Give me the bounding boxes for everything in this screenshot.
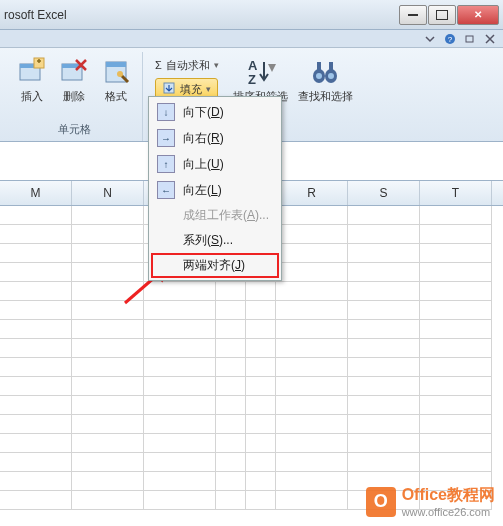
svg-rect-19	[329, 62, 333, 70]
delete-cells-icon	[58, 56, 90, 88]
arrow-left-icon: ←	[157, 181, 175, 199]
dropdown-arrow-icon: ▾	[214, 60, 219, 70]
table-row	[0, 320, 503, 339]
delete-button[interactable]: 删除	[56, 54, 92, 120]
watermark-url: www.office26.com	[402, 506, 495, 518]
autosum-label: 自动求和	[166, 58, 210, 73]
dropdown-arrow-icon: ▾	[206, 84, 211, 94]
cells-group-label: 单元格	[58, 120, 91, 139]
fill-across-sheets-item: 成组工作表(A)...	[151, 203, 279, 228]
autosum-button[interactable]: Σ 自动求和 ▾	[155, 54, 219, 76]
svg-point-17	[328, 73, 334, 79]
col-header[interactable]: M	[0, 181, 72, 205]
window-restore-icon[interactable]	[463, 32, 477, 46]
format-cells-icon	[100, 56, 132, 88]
sigma-icon: Σ	[155, 59, 162, 71]
svg-point-10	[117, 71, 123, 77]
fill-left-text: 向左(L)	[183, 182, 222, 199]
insert-button[interactable]: 插入	[14, 54, 50, 120]
app-title: rosoft Excel	[4, 8, 398, 22]
arrow-up-icon: ↑	[157, 155, 175, 173]
arrow-right-icon: →	[157, 129, 175, 147]
close-button[interactable]	[457, 5, 499, 25]
svg-rect-2	[466, 36, 473, 42]
format-button[interactable]: 格式	[98, 54, 134, 120]
fill-up-text: 向上(U)	[183, 156, 224, 173]
fill-right-item[interactable]: → 向右(R)	[151, 125, 279, 151]
table-row	[0, 301, 503, 320]
fill-series-item[interactable]: 系列(S)...	[151, 228, 279, 253]
watermark-title: Office教程网	[402, 485, 495, 506]
watermark: O Office教程网 www.office26.com	[366, 485, 495, 518]
fill-left-item[interactable]: ← 向左(L)	[151, 177, 279, 203]
svg-point-16	[316, 73, 322, 79]
format-label: 格式	[105, 90, 127, 102]
insert-cells-icon	[16, 56, 48, 88]
col-header[interactable]: S	[348, 181, 420, 205]
maximize-button[interactable]	[428, 5, 456, 25]
minimize-button[interactable]	[399, 5, 427, 25]
office-logo-icon: O	[366, 487, 396, 517]
ribbon-minimize-icon[interactable]	[423, 32, 437, 46]
fill-down-item[interactable]: ↓ 向下(D)	[151, 99, 279, 125]
table-row	[0, 434, 503, 453]
svg-text:Z: Z	[248, 72, 256, 87]
col-header[interactable]: T	[420, 181, 492, 205]
fill-up-item[interactable]: ↑ 向上(U)	[151, 151, 279, 177]
fill-label: 填充	[180, 82, 202, 97]
fill-justify-text: 两端对齐(J)	[183, 257, 245, 274]
find-select-button[interactable]: 查找和选择	[296, 54, 355, 122]
fill-series-text: 系列(S)...	[183, 232, 233, 249]
fill-across-text: 成组工作表(A)...	[183, 207, 269, 224]
delete-label: 删除	[63, 90, 85, 102]
col-header[interactable]: N	[72, 181, 144, 205]
table-row	[0, 377, 503, 396]
fill-down-icon	[162, 81, 176, 97]
svg-rect-18	[317, 62, 321, 70]
binoculars-icon	[309, 56, 341, 88]
fill-right-text: 向右(R)	[183, 130, 224, 147]
col-header[interactable]: R	[276, 181, 348, 205]
insert-label: 插入	[21, 90, 43, 102]
table-row	[0, 396, 503, 415]
quick-access-strip: ?	[0, 30, 503, 48]
help-icon[interactable]: ?	[443, 32, 457, 46]
svg-rect-9	[106, 62, 126, 67]
table-row	[0, 358, 503, 377]
table-row	[0, 282, 503, 301]
table-row	[0, 453, 503, 472]
fill-dropdown-menu: ↓ 向下(D) → 向右(R) ↑ 向上(U) ← 向左(L) 成组工作表(A)…	[148, 96, 282, 281]
titlebar: rosoft Excel	[0, 0, 503, 30]
window-controls	[398, 5, 499, 25]
cells-group: 插入 删除 格式 单元格	[6, 52, 143, 141]
svg-text:?: ?	[448, 35, 453, 44]
svg-text:A: A	[248, 58, 258, 73]
table-row	[0, 339, 503, 358]
fill-down-text: 向下(D)	[183, 104, 224, 121]
arrow-down-icon: ↓	[157, 103, 175, 121]
fill-justify-item[interactable]: 两端对齐(J)	[151, 253, 279, 278]
table-row	[0, 415, 503, 434]
sort-filter-icon: AZ	[244, 56, 276, 88]
window-close-icon[interactable]	[483, 32, 497, 46]
findselect-label: 查找和选择	[298, 90, 353, 102]
